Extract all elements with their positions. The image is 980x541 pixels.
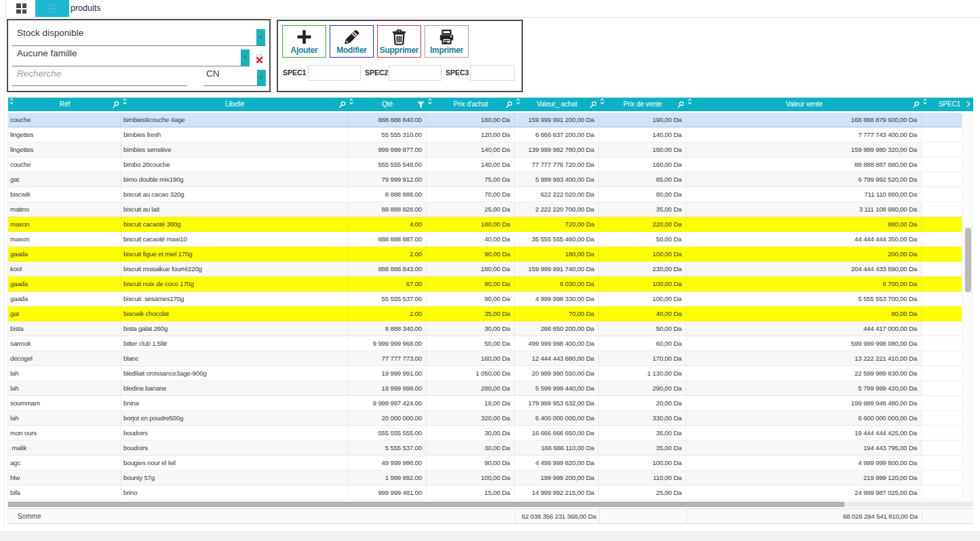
horizontal-scrollbar[interactable]	[8, 502, 973, 507]
cell-spec1	[922, 351, 963, 366]
cell-valeur_vente: 5 555 553 700,00 Da	[686, 292, 922, 306]
search-icon[interactable]	[339, 101, 346, 108]
table-row[interactable]: gatbiscwik chocolat2.0035,00 Da70,00 Da4…	[8, 306, 963, 321]
table-row[interactable]: gaadabiscuit noix de coco 170g67.0090,00…	[8, 277, 963, 292]
edit-button[interactable]: Modifier	[330, 25, 374, 58]
mode-dropdown-button[interactable]	[257, 70, 266, 86]
table-row[interactable]: gaadabiscuit sesames170g55 555 537.0090,…	[8, 292, 963, 306]
column-header-ref[interactable]: Réf	[8, 98, 121, 111]
search-input[interactable]: Recherche	[17, 68, 61, 79]
table-row[interactable]: couchebimbies9couche 4age888 888 840.001…	[8, 113, 963, 127]
table-row[interactable]: decogelblanc77 777 773.00160,00 Da12 444…	[8, 351, 963, 366]
column-search[interactable]	[678, 101, 684, 108]
column-search[interactable]	[506, 101, 513, 108]
column-filter[interactable]	[417, 101, 425, 108]
column-header-prix_achat[interactable]: Prix d'achat	[427, 98, 515, 111]
cell-spec1	[922, 396, 963, 411]
table-row[interactable]: hlwbounty 57g1 999 992.00100,00 Da199 99…	[8, 470, 963, 485]
table-row[interactable]: couchebimbo 20couche555 555 548.00140,00…	[8, 157, 963, 172]
table-row[interactable]: mon oursboudoirs555 555 555.0030,00 Da16…	[8, 426, 963, 441]
table-row[interactable]: bistabista galat 260g8 888 340.0030,00 D…	[8, 321, 963, 336]
table-row[interactable]: lahbledilait croissance3age-900g19 999 9…	[8, 366, 963, 381]
stock-dropdown-button[interactable]	[256, 29, 265, 45]
cell-ref: decogel	[8, 351, 121, 366]
table-row[interactable]: agcbougies nour el leil49 999 998.0090,0…	[8, 456, 963, 470]
search-icon[interactable]	[506, 101, 513, 108]
column-header-qte[interactable]: Qté	[348, 98, 427, 111]
table-row[interactable]: lingettesbimbies sensitive999 999 877.00…	[8, 142, 963, 157]
cell-spec1	[922, 441, 963, 456]
cell-qte: 555 555 548.00	[348, 157, 427, 172]
cell-ref: lah	[8, 366, 121, 381]
cell-spec1	[922, 366, 963, 381]
cell-prix_vente: 160,00 Da	[599, 157, 686, 172]
table-header-row: RéfLibelléQtéPrix d'achatValeur_ achatPr…	[8, 98, 973, 111]
column-header-prix_vente[interactable]: Prix de vente	[599, 98, 686, 111]
column-header-libelle[interactable]: Libellé	[121, 98, 348, 111]
grid-view-icon[interactable]	[16, 3, 26, 14]
spec3-input[interactable]	[470, 65, 515, 81]
scroll-columns-right-button[interactable]	[963, 98, 973, 111]
horizontal-scrollbar-thumb[interactable]	[8, 502, 844, 507]
table-row[interactable]: soummambnina9 999 997 424.0018,00 Da179 …	[8, 396, 963, 411]
table-row[interactable]: gaadabiscuit figue et miel 170g2.0090,00…	[8, 247, 963, 262]
column-search[interactable]	[113, 101, 119, 108]
grid-square	[16, 3, 21, 8]
cell-qte: 888 888 840.00	[348, 113, 427, 127]
spec2-input[interactable]	[389, 65, 442, 81]
cell-valeur_vente: 4 999 999 800,00 Da	[686, 456, 922, 470]
search-icon[interactable]	[113, 101, 119, 108]
vertical-scrollbar-thumb[interactable]	[965, 228, 971, 292]
vertical-scrollbar[interactable]	[962, 112, 972, 502]
column-search[interactable]	[339, 101, 346, 108]
clear-famille-icon[interactable]	[255, 54, 264, 64]
table-row[interactable]: maxonbiscuit cacaoté 380g4.00180,00 Da72…	[8, 217, 963, 232]
column-search[interactable]	[590, 101, 597, 108]
filter-icon[interactable]	[417, 101, 425, 108]
delete-button[interactable]: Supprimer	[377, 25, 421, 58]
table-row[interactable]: lahborjot en poudre500g20 000 000.00320,…	[8, 411, 963, 426]
column-header-valeur_achat[interactable]: Valeur_ achat	[515, 98, 599, 111]
famille-filter-value[interactable]: Aucune famille	[17, 48, 77, 58]
table-row[interactable]: koolbiscuit mosaikue fourré220g888 888 8…	[8, 262, 963, 277]
cell-valeur_achat: 6 666 637 200,00 Da	[515, 127, 599, 142]
table-row[interactable]: lingettesbimbies fresh55 555 310.00120,0…	[8, 127, 963, 142]
search-mode-value[interactable]: CN	[206, 68, 220, 79]
search-icon[interactable]	[913, 101, 920, 108]
column-search[interactable]	[913, 101, 920, 108]
column-sort-icon	[123, 98, 127, 105]
table-row[interactable]: maxonbiscuit cacaoté maxi10888 888 887.0…	[8, 232, 963, 247]
tab-produits[interactable]	[35, 0, 69, 17]
table-row[interactable]: bifabrino999 999 481.0015,00 Da14 999 99…	[8, 485, 963, 500]
stock-filter-value[interactable]: Stock disponible	[17, 28, 83, 38]
cell-qte: 88 888 828.00	[348, 202, 427, 217]
table-row[interactable]: malikboudoirs5 555 537.0030,00 Da166 666…	[8, 441, 963, 456]
add-button[interactable]: Ajouter	[282, 25, 326, 58]
cell-prix_vente: 170,00 Da	[599, 351, 686, 366]
column-header-spec1[interactable]: SPEC1	[922, 98, 963, 111]
cell-qte: 555 555 555.00	[348, 426, 427, 441]
column-header-valeur_vente[interactable]: Valeur vente	[686, 98, 922, 111]
table-row[interactable]: matinobiscuit au lait88 888 828.0025,00 …	[8, 202, 963, 217]
famille-dropdown-button[interactable]	[241, 49, 250, 66]
spec1-input[interactable]	[308, 65, 361, 81]
printer-icon	[438, 28, 455, 45]
cell-ref: lah	[8, 411, 121, 426]
table-row[interactable]: lahbledine banane19 999 998.00280,00 Da5…	[8, 381, 963, 396]
cell-spec1	[922, 292, 963, 306]
mode-underline	[203, 85, 258, 86]
cell-prix_vente: 60,00 Da	[599, 336, 686, 351]
cell-spec1	[922, 456, 963, 470]
search-icon[interactable]	[590, 101, 597, 108]
cell-qte: 55 555 310.00	[348, 127, 427, 142]
table-row[interactable]: biscwikbiscuit au cacao 320g8 888 886.00…	[8, 187, 963, 202]
search-icon[interactable]	[678, 101, 684, 108]
table-row[interactable]: sarmokbitter club 1.5litr9 999 999 968.0…	[8, 336, 963, 351]
cell-prix_achat: 40,00 Da	[427, 232, 515, 247]
cell-valeur_achat: 139 999 982 780,00 Da	[515, 142, 599, 157]
dropdown-arrow-icon	[258, 36, 262, 39]
print-button[interactable]: Imprimer	[425, 25, 469, 58]
cell-valeur_achat: 5 999 993 400,00 Da	[515, 172, 599, 187]
table-row[interactable]: gatbimo double mix190g79 999 912.0075,00…	[8, 172, 963, 187]
cell-valeur_achat: 77 777 776 720,00 Da	[515, 157, 599, 172]
